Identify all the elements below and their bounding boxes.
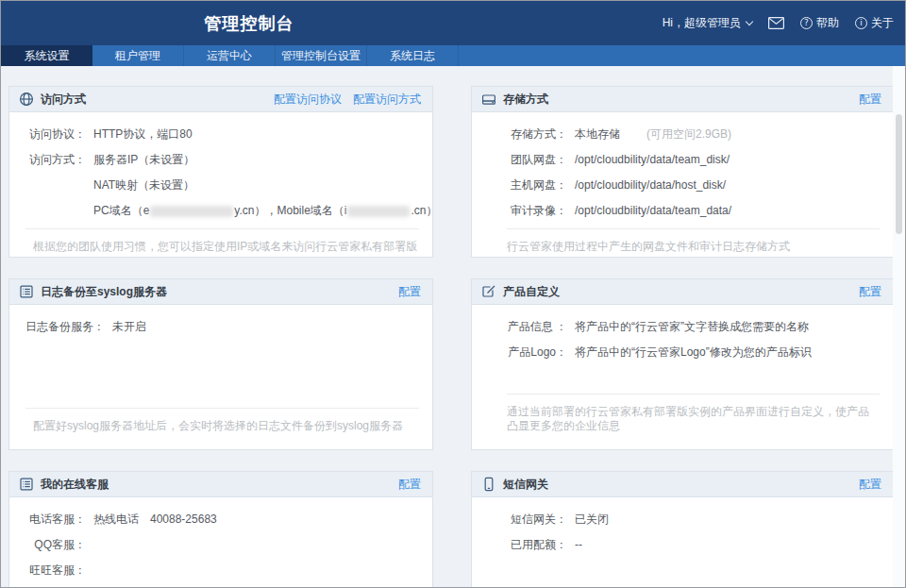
tab-system-settings[interactable]: 系统设置 [1, 45, 92, 66]
row-value: 将产品中的“行云管家”文字替换成您需要的名称 [575, 320, 809, 333]
setting-row: 旺旺客服： [25, 563, 419, 579]
top-header: 管理控制台 Hi，超级管理员 ? 帮助 i 关于 [1, 1, 905, 45]
edit-icon [481, 284, 496, 299]
card-product-customization-header: 产品自定义配置 [472, 279, 893, 305]
setting-row: 短信网关：已关闭 [507, 512, 880, 528]
setting-row: 产品信息 ：将产品中的“行云管家”文字替换成您需要的名称 [507, 319, 880, 335]
row-label: 访问协议： [25, 126, 86, 143]
card-access-method-footer: 根据您的团队使用习惯，您可以指定使用IP或域名来访问行云管家私有部署版 [25, 228, 419, 258]
row-label: 主机网盘： [507, 177, 567, 193]
card-online-support: 我的在线客服配置电话客服：热线电话 40088-25683QQ客服：旺旺客服： [8, 471, 433, 588]
card-online-support-header: 我的在线客服配置 [9, 472, 432, 497]
user-menu[interactable]: Hi，超级管理员 [663, 15, 752, 31]
row-label: 电话客服： [25, 512, 86, 528]
disk-icon [481, 92, 496, 107]
scrollbar-thumb[interactable] [896, 114, 902, 234]
tab-console-settings[interactable]: 管理控制台设置 [276, 45, 367, 66]
card-title: 访问方式 [41, 92, 86, 108]
card-storage-method-header: 存储方式配置 [472, 87, 893, 112]
mail-icon[interactable] [768, 17, 784, 29]
card-title: 短信网关 [503, 477, 548, 493]
card-syslog-backup-footer: 配置好syslog服务器地址后，会实时将选择的日志文件备份到syslog服务器 [25, 408, 419, 449]
tab-tenant-management[interactable]: 租户管理 [92, 45, 184, 66]
setting-row: 团队网盘：/opt/cloudbility/data/team_disk/ [507, 152, 880, 168]
configure-link[interactable]: 配置 [859, 477, 881, 493]
card-sms-gateway-header: 短信网关配置 [472, 472, 893, 497]
globe-icon [19, 92, 34, 107]
redacted-text [150, 206, 233, 217]
redacted-text [347, 206, 410, 217]
card-title: 我的在线客服 [41, 477, 109, 493]
main-tabbar: 系统设置租户管理运营中心管理控制台设置系统日志 [1, 45, 905, 66]
row-value: 本地存储 [575, 127, 620, 141]
help-button[interactable]: ? 帮助 [800, 15, 839, 31]
configure-link[interactable]: 配置访问方式 [353, 92, 421, 108]
card-note: 行云管家使用过程中产生的网盘文件和审计日志存储方式 [507, 240, 880, 254]
row-value: PC域名（ey.cn），Mobile域名（i.cn） [93, 204, 433, 217]
configure-link[interactable]: 配置 [859, 284, 881, 300]
configure-link[interactable]: 配置 [398, 284, 421, 300]
row-value: 热线电话 40088-25683 [93, 512, 217, 526]
setting-row: 主机网盘：/opt/cloudbility/data/host_disk/ [507, 177, 880, 193]
card-note: 配置好syslog服务器地址后，会实时将选择的日志文件备份到syslog服务器 [33, 419, 419, 433]
row-value: 服务器IP（未设置） [93, 153, 194, 166]
tab-operation-center[interactable]: 运营中心 [184, 45, 276, 66]
row-value: /opt/cloudbility/data/team_data/ [575, 204, 731, 217]
card-title: 存储方式 [503, 92, 548, 108]
card-syslog-backup: 日志备份至syslog服务器配置日志备份服务：未开启配置好syslog服务器地址… [8, 278, 433, 450]
configure-link[interactable]: 配置访问协议 [274, 92, 342, 108]
card-storage-method-footer: 行云管家使用过程中产生的网盘文件和审计日志存储方式 [507, 228, 880, 258]
row-label: 存储方式： [507, 126, 567, 143]
row-label: 访问方式： [25, 152, 86, 168]
row-label: 旺旺客服： [25, 563, 86, 579]
row-label: 已用配额： [507, 537, 567, 553]
setting-row: 日志备份服务：未开启 [25, 319, 419, 335]
question-icon: ? [800, 17, 813, 29]
setting-row: 访问协议：HTTP协议，端口80 [25, 126, 419, 143]
row-value: 已关闭 [575, 512, 609, 526]
user-greeting: Hi，超级管理员 [663, 15, 741, 31]
admin-console-window: 管理控制台 Hi，超级管理员 ? 帮助 i 关于 系统设置租户管理运营中 [0, 0, 906, 588]
card-product-customization-body: 产品信息 ：将产品中的“行云管家”文字替换成您需要的名称产品Logo：将产品中的… [472, 305, 893, 394]
settings-card-grid: 访问方式配置访问协议配置访问方式访问协议：HTTP协议，端口80访问方式：服务器… [8, 86, 894, 588]
row-label: 产品信息 ： [507, 319, 567, 335]
setting-row: 存储方式：本地存储(可用空间2.9GB) [507, 126, 880, 143]
row-label: 日志备份服务： [25, 319, 105, 335]
phone-icon [481, 477, 496, 492]
page-title: 管理控制台 [205, 12, 294, 35]
configure-link[interactable]: 配置 [398, 477, 421, 493]
card-title: 产品自定义 [503, 284, 560, 300]
setting-row: 访问方式：服务器IP（未设置） [25, 152, 419, 168]
card-product-customization-footer: 通过当前部署的行云管家私有部署版实例的产品界面进行自定义，使产品凸显更多您的企业… [507, 394, 880, 449]
about-button[interactable]: i 关于 [855, 15, 894, 31]
card-syslog-backup-header: 日志备份至syslog服务器配置 [9, 279, 432, 305]
card-sms-gateway: 短信网关配置短信网关：已关闭已用配额：-- [471, 471, 894, 588]
row-value: 未开启 [112, 320, 146, 333]
tab-system-logs[interactable]: 系统日志 [367, 45, 459, 66]
setting-row: QQ客服： [25, 537, 419, 553]
info-icon: i [855, 17, 867, 29]
row-label: QQ客服： [25, 537, 86, 553]
row-value: /opt/cloudbility/data/host_disk/ [575, 178, 726, 192]
card-storage-method: 存储方式配置存储方式：本地存储(可用空间2.9GB)团队网盘：/opt/clou… [471, 86, 894, 258]
card-note: 根据您的团队使用习惯，您可以指定使用IP或域名来访问行云管家私有部署版 [33, 240, 419, 254]
setting-row: 已用配额：-- [507, 537, 880, 553]
card-product-customization: 产品自定义配置产品信息 ：将产品中的“行云管家”文字替换成您需要的名称产品Log… [471, 278, 894, 450]
row-label: 团队网盘： [507, 152, 567, 168]
setting-row: 电话客服：热线电话 40088-25683 [25, 512, 419, 528]
setting-row: 审计录像：/opt/cloudbility/data/team_data/ [507, 203, 880, 219]
row-label: 审计录像： [507, 203, 567, 219]
setting-row: 产品Logo：将产品中的“行云管家Logo”修改为您的产品标识 [507, 344, 880, 361]
list-icon [19, 477, 34, 492]
row-value: 将产品中的“行云管家Logo”修改为您的产品标识 [575, 345, 812, 359]
row-value: HTTP协议，端口80 [93, 127, 193, 141]
card-storage-method-body: 存储方式：本地存储(可用空间2.9GB)团队网盘：/opt/cloudbilit… [472, 112, 893, 228]
card-note: 通过当前部署的行云管家私有部署版实例的产品界面进行自定义，使产品凸显更多您的企业… [507, 405, 880, 433]
card-sms-gateway-body: 短信网关：已关闭已用配额：-- [472, 497, 893, 588]
card-access-method: 访问方式配置访问协议配置访问方式访问协议：HTTP协议，端口80访问方式：服务器… [8, 86, 433, 258]
setting-row: NAT映射（未设置） [25, 177, 419, 193]
scrollbar-track[interactable] [893, 66, 905, 587]
row-value: /opt/cloudbility/data/team_disk/ [575, 153, 730, 166]
row-label: 产品Logo： [507, 344, 567, 361]
configure-link[interactable]: 配置 [859, 92, 881, 108]
